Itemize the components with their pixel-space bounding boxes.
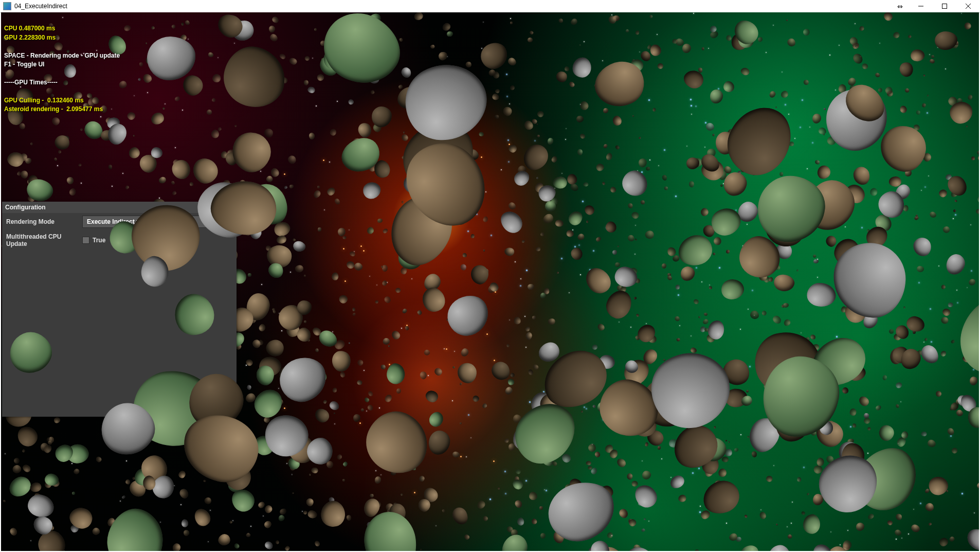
config-panel-title: Configuration (5, 204, 46, 211)
multithreaded-checkbox[interactable]: True (82, 237, 105, 244)
hint-space: SPACE - Rendering mode - GPU update (4, 52, 120, 59)
hint-f1: F1 - Toggle UI (4, 61, 44, 68)
cpu-time-text: CPU 0.487000 ms (4, 25, 55, 32)
maximize-button[interactable] (933, 0, 956, 12)
app-icon (3, 2, 11, 10)
app-window: 04_ExecuteIndirect ⇔ CPU 0.487000 ms GPU… (0, 0, 980, 552)
close-button[interactable] (956, 0, 980, 12)
multithreaded-value: True (93, 237, 105, 244)
multithreaded-label: Multithreaded CPU Update (6, 233, 82, 247)
drag-handle-icon[interactable]: ⇔ (891, 3, 909, 10)
gpu-time-text: GPU 2.228300 ms (4, 34, 56, 41)
rendering-mode-label: Rendering Mode (6, 218, 82, 225)
render-viewport[interactable]: CPU 0.487000 ms GPU 2.228300 ms SPACE - … (1, 12, 979, 551)
stats-overlay: CPU 0.487000 ms GPU 2.228300 ms SPACE - … (4, 15, 120, 114)
svg-rect-1 (942, 4, 947, 9)
window-title: 04_ExecuteIndirect (14, 3, 67, 10)
gpu-culling-text: GPU Culling - 0.132460 ms (4, 97, 84, 104)
minimize-button[interactable] (909, 0, 933, 12)
checkbox-icon (82, 237, 89, 244)
gpu-times-header: -----GPU Times----- (4, 79, 58, 86)
title-bar[interactable]: 04_ExecuteIndirect ⇔ (0, 0, 980, 13)
asteroid-rendering-text: Asteroid rendering - 2.095477 ms (4, 105, 103, 113)
